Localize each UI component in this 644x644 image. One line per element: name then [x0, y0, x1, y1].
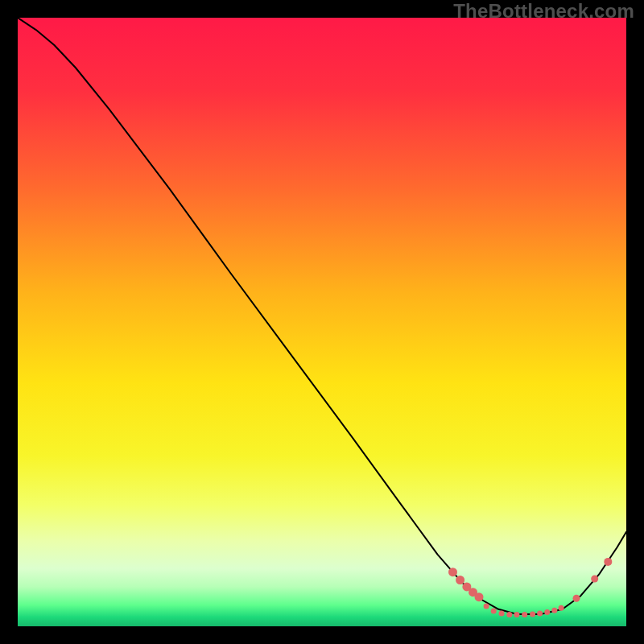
marker-dot — [559, 605, 564, 611]
marker-dot — [506, 612, 512, 617]
marker-dot — [499, 611, 505, 617]
marker-dot — [544, 609, 550, 615]
marker-dot — [537, 611, 543, 617]
marker-dot — [484, 604, 489, 609]
marker-dot — [530, 611, 535, 617]
marker-dot — [591, 576, 598, 583]
chart-plot-area — [18, 18, 626, 626]
marker-dot — [551, 608, 557, 613]
marker-dot — [604, 558, 612, 566]
marker-dot — [522, 612, 527, 617]
chart-svg — [18, 18, 626, 626]
marker-dot — [491, 609, 497, 614]
marker-dot — [475, 592, 484, 601]
chart-frame: TheBottleneck.com — [0, 0, 644, 644]
marker-dot — [514, 612, 519, 617]
marker-dot — [573, 595, 580, 602]
marker-dot — [448, 568, 457, 576]
marker-dot — [456, 576, 464, 584]
